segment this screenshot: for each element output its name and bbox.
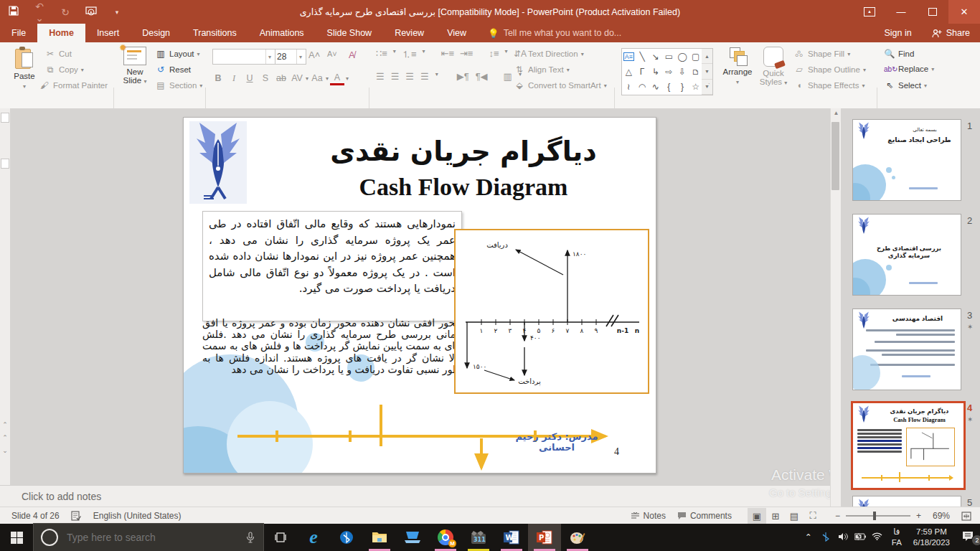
reading-view-button[interactable]: ▤ [785,508,804,524]
tray-wifi-icon[interactable] [869,532,886,542]
shape-gallery-scrollbar[interactable]: ▲ ▼ ▼́ [702,48,713,95]
task-view-button[interactable] [264,524,297,551]
zoom-percentage[interactable]: 69% [927,511,956,521]
tray-bluetooth-icon[interactable] [817,532,834,544]
slide-counter[interactable]: Slide 4 of 26 [0,511,65,521]
start-button[interactable] [0,524,33,551]
numbering-icon[interactable]: ⒈≡ [402,48,417,61]
notification-center-icon[interactable]: 2 [956,531,980,544]
body-textbox[interactable]: نمودارهایی هستند که وقایع مالی اتّفاق اف… [202,211,462,321]
this-pc-icon[interactable] [396,524,429,551]
bluetooth-app-icon[interactable] [330,524,363,551]
redo-icon[interactable]: ↻ [59,6,72,18]
clear-formatting-icon[interactable]: A̸ [349,50,355,60]
cash-flow-diagram-frame[interactable]: ۱ ۲ ۳ ۴ ۵ ۶ ۷ ۸ ۹ n-1 n ۱۸۰۰ [454,229,649,394]
search-input[interactable] [65,531,246,544]
chrome-icon[interactable]: M [429,524,462,551]
bold-button[interactable]: B [211,71,225,85]
next-slide-icon[interactable]: ⌄ [0,447,10,454]
thumbnail-slide-2[interactable]: بررسی اقتصادی طرح سرمایه گذاری [852,214,961,296]
word-icon[interactable]: W [495,524,528,551]
microphone-icon[interactable] [246,532,255,543]
gallery-more-icon[interactable]: ▼́ [702,80,712,95]
shape-curve-icon[interactable]: ∿ [652,82,659,92]
comments-toggle[interactable]: Comments [672,511,738,521]
font-size-combo[interactable]: 28▾ [275,49,306,65]
underline-button[interactable]: U [242,71,257,85]
align-center-icon[interactable]: ☰ [391,71,400,82]
section-button[interactable]: ▤ Section▾ [155,80,202,90]
shape-rounded-rectangle-icon[interactable]: ▢ [692,52,699,62]
gallery-down-icon[interactable]: ▼ [702,64,712,79]
rtl-direction-icon[interactable]: ¶◀ [476,71,488,82]
edge-icon[interactable]: e [297,524,330,551]
shape-effects-button[interactable]: ◖ Shape Effects▾ [793,80,864,90]
notes-toggle[interactable]: Notes [625,511,672,521]
columns-icon[interactable]: ▥ [504,71,512,82]
previous-slide-icon[interactable]: ⌃ [0,434,10,441]
scrollbar-thumb[interactable] [831,122,839,190]
slide-editing-area[interactable]: دیاگرام جریان نقدی Cash Flow Diagram نمو… [183,117,656,474]
increase-indent-icon[interactable]: ⇥≡ [460,48,473,61]
tab-view[interactable]: View [435,24,478,42]
shape-callout-icon[interactable]: 🗅 [692,67,700,77]
paint-icon[interactable] [561,524,594,551]
left-strip-handle[interactable] [1,113,9,123]
close-button[interactable]: ✕ [948,0,980,24]
cut-button[interactable]: ✂ Cut [44,49,72,59]
shape-fill-button[interactable]: 🝆 Shape Fill▾ [793,49,850,59]
sign-in-link[interactable]: Sign in [874,28,921,38]
text-direction-button[interactable]: ⇵A Text Direction▾ [514,49,584,59]
zoom-slider[interactable] [846,515,910,517]
copy-button[interactable]: ⧉ Copy▾ [44,65,84,75]
tab-home[interactable]: Home [37,24,85,42]
shape-star-icon[interactable]: ☆ [692,82,699,92]
shape-elbow-icon[interactable]: Γ [640,67,645,77]
notes-pane[interactable]: Click to add notes [0,485,830,507]
slide-page-number[interactable]: 4 [614,446,619,458]
grow-font-icon[interactable]: A˄ [308,50,320,60]
new-slide-button[interactable]: ✹ New Slide ▾ [119,47,151,85]
tell-me-box[interactable]: 💡 Tell me what you want to do... [478,24,631,42]
replace-button[interactable]: ab↻ Replace▾ [884,65,934,73]
powerpoint-icon-active[interactable]: P [528,524,561,551]
file-explorer-icon[interactable] [363,524,396,551]
tab-file[interactable]: File [0,24,37,42]
shape-right-arrow-icon[interactable]: ⇨ [665,67,672,77]
character-spacing-button[interactable]: AV [290,71,304,85]
shape-triangle-icon[interactable]: △ [626,67,632,77]
share-button[interactable]: Share [922,28,980,38]
align-right-icon[interactable]: ☰ [405,71,414,82]
slideshow-view-button[interactable]: ⛶ [804,508,822,524]
justify-icon[interactable]: ☰ [420,71,429,82]
taskbar-search-box[interactable] [33,523,264,551]
line-spacing-icon[interactable]: ↕≡ [489,48,499,61]
ltr-direction-icon[interactable]: ▶¶ [457,71,469,82]
shape-oval-icon[interactable]: ◯ [677,52,687,62]
undo-icon[interactable]: ↶ ⌄ [33,1,46,24]
slide-footer-instructor[interactable]: مدرس: دکتر رحیم احسانی [499,431,614,453]
shape-rectangle-icon[interactable]: ▭ [665,52,673,62]
start-slideshow-icon[interactable] [85,6,98,18]
shrink-font-icon[interactable]: A˅ [327,50,337,58]
ribbon-display-options-icon[interactable]: ▴ [854,0,885,24]
quick-styles-button[interactable]: Quick Styles ▾ [758,47,789,87]
left-strip-handle-2[interactable] [1,159,9,169]
clock[interactable]: 7:59 PM 6/18/2023 [908,527,956,548]
shape-right-brace-icon[interactable]: } [681,82,684,92]
gallery-up-icon[interactable]: ▲ [702,49,712,64]
arrange-button[interactable]: Arrange▾ [719,47,756,85]
zoom-in-button[interactable]: + [910,511,927,521]
align-left-icon[interactable]: ☰ [376,71,385,82]
paste-button[interactable]: Paste▾ [9,47,40,90]
slide-sorter-view-button[interactable]: ⊞ [766,508,785,524]
convert-smartart-button[interactable]: ⬙ Convert to SmartArt▾ [514,80,607,90]
thumbnail-slide-3[interactable]: اقتصاد مهندسی [852,309,961,390]
format-painter-button[interactable]: 🖌 Format Painter [39,80,108,90]
font-color-button[interactable]: A [330,71,344,85]
shape-left-brace-icon[interactable]: { [667,82,670,92]
align-text-button[interactable]: ⇅ Align Text▾ [514,65,570,75]
tab-animations[interactable]: Animations [248,24,316,42]
spellcheck-icon[interactable] [65,511,88,521]
maximize-button[interactable] [917,0,948,24]
